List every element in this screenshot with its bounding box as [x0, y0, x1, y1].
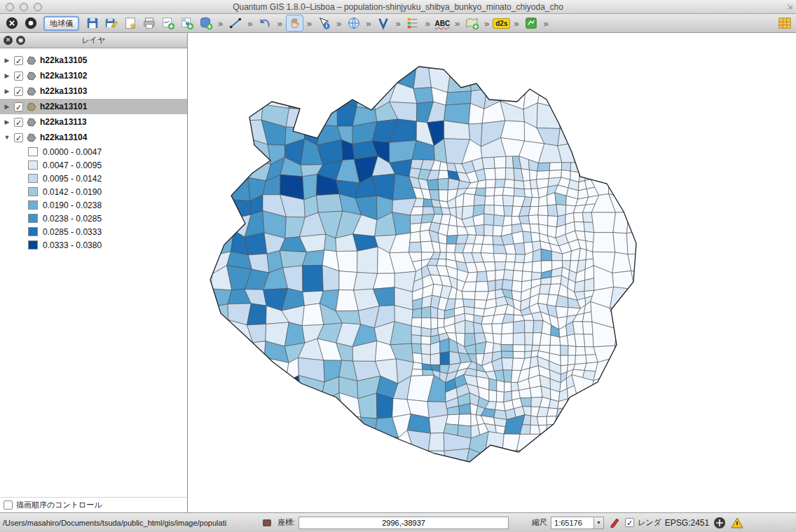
- toolbar-overflow-icon[interactable]: »: [393, 18, 402, 29]
- zoom-window-button[interactable]: [34, 3, 42, 11]
- zoom-full-globe-icon[interactable]: [345, 15, 362, 32]
- layer-name: h22ka13102: [40, 71, 87, 81]
- stop-render-icon[interactable]: [608, 516, 622, 530]
- layer-visibility-checkbox[interactable]: [14, 133, 23, 142]
- legend-class-row[interactable]: 0.0333 - 0.0380: [0, 238, 187, 252]
- layer-name: h22ka13101: [40, 102, 87, 111]
- scale-label: 縮尺: [532, 517, 547, 528]
- render-label: レンダ: [638, 517, 661, 528]
- layers-panel-header: ✕ ◉ レイヤ: [0, 33, 187, 48]
- layer-geometry-icon: [26, 102, 37, 111]
- layer-row[interactable]: ▶ h22ka13102: [0, 68, 187, 83]
- layer-visibility-checkbox[interactable]: [14, 102, 23, 111]
- expand-collapsed-icon[interactable]: ▶: [3, 72, 11, 79]
- layer-row[interactable]: ▶ h22ka13103: [0, 83, 187, 99]
- save-project-icon[interactable]: [83, 15, 101, 32]
- resize-icon[interactable]: ⇲: [787, 3, 792, 11]
- layer-visibility-checkbox[interactable]: [14, 56, 23, 65]
- add-database-layer-icon[interactable]: [197, 15, 214, 32]
- toolbar-overflow-icon[interactable]: »: [512, 18, 521, 29]
- identify-icon[interactable]: [315, 15, 333, 32]
- record-circle-icon[interactable]: [22, 15, 39, 32]
- legend-label: 0.0285 - 0.0333: [43, 227, 102, 237]
- expand-collapsed-icon[interactable]: ▶: [3, 103, 11, 110]
- green-map-icon[interactable]: [523, 15, 540, 32]
- legend-swatch: [28, 214, 38, 223]
- close-circle-icon[interactable]: [3, 15, 20, 32]
- scale-combo[interactable]: 1:65176 ▼: [551, 517, 604, 529]
- layer-row[interactable]: ▼ h22ka13104: [0, 130, 187, 145]
- orange-map-sheet-icon[interactable]: [776, 15, 793, 32]
- title-bar: Quantum GIS 1.8.0–Lisboa – population-sh…: [0, 0, 796, 14]
- close-panel-icon[interactable]: ✕: [4, 36, 13, 45]
- minimize-window-button[interactable]: [20, 3, 28, 11]
- legend-swatch: [28, 240, 38, 250]
- close-window-button[interactable]: [6, 3, 14, 11]
- legend-class-row[interactable]: 0.0095 - 0.0142: [0, 172, 187, 185]
- toolbar-overflow-icon[interactable]: »: [216, 18, 225, 29]
- layer-visibility-checkbox[interactable]: [14, 71, 23, 81]
- toolbar-overflow-icon[interactable]: »: [334, 18, 343, 29]
- expand-collapsed-icon[interactable]: ▶: [3, 88, 11, 95]
- legend-class-row[interactable]: 0.0238 - 0.0285: [0, 212, 187, 225]
- toolbar-overflow-icon[interactable]: »: [453, 18, 462, 29]
- detach-panel-icon[interactable]: ◉: [16, 36, 25, 45]
- add-raster-layer-icon[interactable]: [178, 15, 195, 32]
- layer-name: h22ka13113: [40, 117, 87, 127]
- legend-swatch: [28, 200, 38, 210]
- layer-row[interactable]: ▶ h22ka13113: [0, 114, 187, 130]
- toolbar-overflow-icon[interactable]: »: [275, 18, 284, 29]
- coordinate-input[interactable]: [298, 517, 509, 529]
- toolbar-overflow-icon[interactable]: »: [542, 18, 551, 29]
- undo-icon[interactable]: [256, 15, 273, 32]
- toolbar-overflow-icon[interactable]: »: [245, 18, 254, 29]
- label-abc-icon[interactable]: ABC: [434, 15, 451, 32]
- toolbar-overflow-icon[interactable]: »: [482, 18, 491, 29]
- layer-row-selected[interactable]: ▶ h22ka13101: [0, 99, 187, 114]
- pan-hand-icon[interactable]: [286, 15, 303, 32]
- log-icon[interactable]: [260, 516, 274, 530]
- legend-class-row[interactable]: 0.0000 - 0.0047: [0, 145, 187, 158]
- status-bar: /Users/masahiro/Documents/tsuda/public_h…: [0, 512, 796, 532]
- draw-order-checkbox[interactable]: [4, 500, 13, 510]
- legend-label: 0.0142 - 0.0190: [43, 187, 102, 197]
- draw-order-row: 描画順序のコントロール: [0, 497, 187, 512]
- legend-class-row[interactable]: 0.0190 - 0.0238: [0, 198, 187, 212]
- crs-status-icon[interactable]: [713, 516, 727, 530]
- legend-label: 0.0000 - 0.0047: [43, 147, 102, 157]
- layer-name: h22ka13104: [40, 132, 87, 142]
- chevron-down-icon[interactable]: ▼: [593, 517, 603, 528]
- expand-collapsed-icon[interactable]: ▶: [3, 118, 11, 125]
- collapse-expanded-icon[interactable]: ▼: [3, 134, 11, 141]
- draw-order-label: 描画順序のコントロール: [16, 500, 102, 510]
- toolbar-overflow-icon[interactable]: »: [423, 18, 432, 29]
- print-icon[interactable]: [140, 15, 158, 32]
- legend-class-row[interactable]: 0.0285 - 0.0333: [0, 225, 187, 238]
- legend-class-row[interactable]: 0.0142 - 0.0190: [0, 185, 187, 198]
- toolbar-overflow-icon[interactable]: »: [364, 18, 373, 29]
- overview-v-icon[interactable]: [374, 15, 392, 32]
- messages-warning-icon[interactable]: [730, 516, 744, 530]
- legend-class-row[interactable]: 0.0047 - 0.0095: [0, 158, 187, 172]
- legend-swatch: [28, 187, 38, 196]
- layer-visibility-checkbox[interactable]: [14, 118, 23, 127]
- expand-collapsed-icon[interactable]: ▶: [3, 57, 11, 64]
- new-composer-icon[interactable]: [121, 15, 139, 32]
- legend-label: 0.0333 - 0.0380: [43, 240, 102, 250]
- legend-label: 0.0238 - 0.0285: [43, 214, 102, 224]
- layer-row[interactable]: ▶ h22ka13105: [0, 53, 187, 68]
- measure-line-icon[interactable]: [226, 15, 244, 32]
- new-map-add-icon[interactable]: [463, 15, 481, 32]
- toolbar-overflow-icon[interactable]: »: [305, 18, 314, 29]
- dxf2shp-icon[interactable]: d2s: [493, 15, 510, 32]
- coordinate-label: 座標:: [277, 517, 295, 528]
- add-vector-layer-icon[interactable]: [159, 15, 177, 32]
- legend-swatch: [28, 227, 38, 236]
- legend-label: 0.0190 - 0.0238: [43, 200, 102, 210]
- layer-visibility-checkbox[interactable]: [14, 87, 23, 96]
- save-project-as-icon[interactable]: [102, 15, 120, 32]
- globe-tool-button[interactable]: 地球儀: [43, 16, 79, 31]
- legend-tree-icon[interactable]: [404, 15, 422, 32]
- map-canvas[interactable]: [188, 33, 796, 512]
- render-checkbox[interactable]: [625, 518, 634, 527]
